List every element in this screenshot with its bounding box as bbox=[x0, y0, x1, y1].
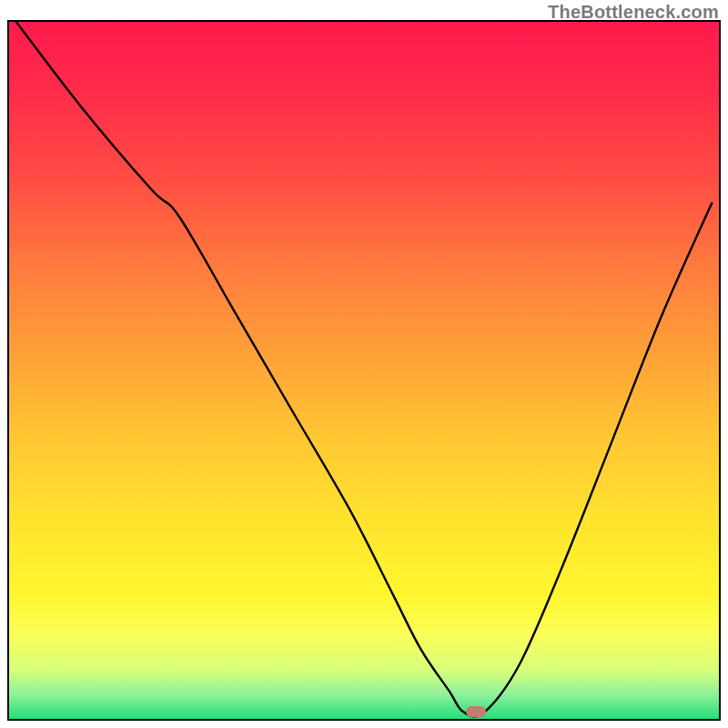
heat-gradient-background bbox=[9, 22, 719, 719]
svg-rect-0 bbox=[9, 22, 719, 719]
optimal-point-marker bbox=[466, 706, 486, 717]
chart-frame bbox=[7, 20, 721, 721]
